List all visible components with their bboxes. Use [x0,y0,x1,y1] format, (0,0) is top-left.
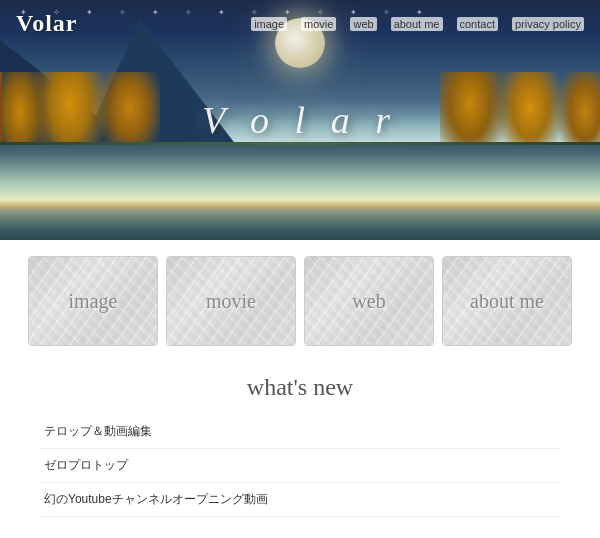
card-about-label: about me [470,290,544,313]
nav-about-me[interactable]: about me [391,17,443,31]
news-list: テロップ＆動画編集 ゼロプロトップ 幻のYoutubeチャンネルオープニング動画 [40,415,560,517]
main-nav: image movie web about me contact privacy… [251,17,584,31]
news-item-0[interactable]: テロップ＆動画編集 [40,415,560,449]
card-image[interactable]: image [28,256,158,346]
card-movie-label: movie [206,290,256,313]
nav-movie[interactable]: movie [301,17,336,31]
card-web[interactable]: web [304,256,434,346]
site-header: Volar image movie web about me contact p… [0,0,600,47]
card-movie[interactable]: movie [166,256,296,346]
card-image-label: image [69,290,118,313]
card-about[interactable]: about me [442,256,572,346]
water-reflection [0,145,600,240]
nav-privacy-policy[interactable]: privacy policy [512,17,584,31]
nav-image[interactable]: image [251,17,287,31]
trees-left [0,72,160,152]
hero-title: V o l a r [202,98,398,142]
nav-web[interactable]: web [350,17,376,31]
trees-right [440,72,600,152]
section-title: what's new [40,374,560,401]
news-item-1[interactable]: ゼロプロトップ [40,449,560,483]
site-logo[interactable]: Volar [16,10,77,37]
nav-contact[interactable]: contact [457,17,498,31]
hero-section: Volar image movie web about me contact p… [0,0,600,240]
cards-section: image movie web about me [0,240,600,362]
news-item-2[interactable]: 幻のYoutubeチャンネルオープニング動画 [40,483,560,517]
whats-new-section: what's new テロップ＆動画編集 ゼロプロトップ 幻のYoutubeチャ… [0,362,600,529]
card-web-label: web [352,290,385,313]
